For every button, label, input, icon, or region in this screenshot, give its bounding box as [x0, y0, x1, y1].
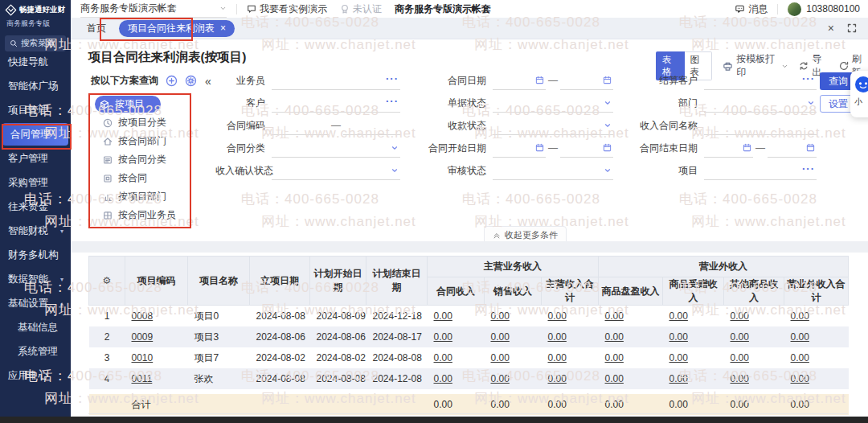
value-link[interactable]: 0.00 [434, 352, 452, 363]
value-link[interactable]: 0.00 [791, 310, 809, 322]
sidebar-item[interactable]: 往来资金 [0, 195, 71, 219]
filter-input-daterange[interactable]: — [493, 138, 613, 158]
value-link[interactable]: 0.00 [669, 310, 688, 322]
certification-status[interactable]: 未认证 [340, 2, 382, 16]
value-link[interactable]: 0.00 [791, 373, 809, 384]
value-link[interactable]: 0.00 [491, 352, 510, 363]
value-link[interactable]: 0.00 [434, 373, 452, 384]
sidebar-item[interactable]: 财务多机构 [0, 243, 71, 267]
tab-close-icon[interactable]: × [220, 23, 226, 34]
add-scheme-icon[interactable] [166, 75, 178, 87]
scheme-settings-icon[interactable] [185, 75, 197, 87]
scheme-item[interactable]: 按合同业务员 [95, 206, 256, 224]
scheme-item[interactable]: 按项目 [95, 96, 161, 113]
sidebar-item[interactable]: 智能体广场 [0, 74, 71, 98]
sidebar-item[interactable]: 数据智能▾ [0, 267, 71, 291]
value-link[interactable]: 0.00 [605, 373, 624, 384]
filter-input-select[interactable] [493, 93, 613, 113]
filter-input-ellipsis[interactable]: ··· [704, 161, 817, 180]
brand-logo-icon [5, 4, 17, 16]
sidebar-item[interactable]: 项目管理 [0, 98, 71, 122]
filter-label: 合同分类 [215, 142, 272, 155]
messages-button[interactable]: 消息 [735, 2, 768, 16]
value-link[interactable]: 0.00 [669, 331, 688, 343]
collapse-panel-icon[interactable]: « [205, 76, 211, 87]
fullscreen-icon[interactable] [847, 23, 857, 33]
column-settings-gear-icon[interactable]: ⚙ [89, 257, 125, 306]
filter-input-text[interactable] [704, 116, 817, 135]
filter-input-select[interactable] [272, 138, 400, 158]
value-link[interactable]: 0.00 [731, 373, 749, 384]
value-link[interactable]: 0.00 [491, 331, 510, 343]
range-input-start[interactable] [272, 116, 329, 135]
value-link[interactable]: 0.00 [791, 331, 809, 343]
range-input-start[interactable] [493, 71, 546, 90]
project-code-link[interactable]: 0010 [132, 352, 154, 363]
sidebar-item[interactable]: 客户管理 [0, 146, 71, 170]
sidebar-item[interactable]: 智能财税▾ [0, 219, 71, 243]
close-icon[interactable]: × [828, 23, 834, 34]
value-link[interactable]: 0.00 [605, 352, 624, 363]
sidebar-item[interactable]: 应用中心 [0, 363, 71, 388]
value-cell: 0.00 [724, 306, 784, 327]
filter-input-select[interactable] [704, 93, 817, 113]
value-link[interactable]: 0.00 [731, 310, 749, 322]
project-code-link[interactable]: 0009 [132, 331, 154, 343]
sidebar-item-label: 基础设置 [8, 297, 48, 310]
value-link[interactable]: 0.00 [548, 331, 567, 343]
tab-active-report[interactable]: 项目合同往来利润表 × [119, 20, 235, 37]
project-code-link[interactable]: 0008 [132, 310, 154, 322]
sidebar-item[interactable]: 系统管理 [0, 339, 71, 363]
filter-input-select[interactable] [493, 161, 613, 180]
value-link[interactable]: 0.00 [605, 331, 624, 343]
value-link[interactable]: 0.00 [669, 352, 688, 363]
value-link[interactable]: 0.00 [491, 373, 510, 384]
value-link[interactable]: 0.00 [548, 310, 567, 322]
range-input-end[interactable] [560, 138, 613, 158]
value-link[interactable]: 0.00 [434, 331, 452, 343]
assistant-widget[interactable]: 小 [850, 71, 868, 117]
filter-input-daterange[interactable]: — [493, 71, 613, 90]
filter-field: 部门 [613, 93, 817, 113]
bars-icon [103, 192, 113, 202]
sidebar-item[interactable]: 合同管理 [2, 123, 68, 146]
sidebar-search[interactable]: 搜索菜单 [5, 35, 66, 51]
filter-input-textrange[interactable]: — [272, 116, 400, 135]
value-link[interactable]: 0.00 [731, 331, 749, 343]
avatar[interactable] [788, 2, 801, 16]
filter-input-select[interactable] [493, 116, 613, 135]
project-code-link[interactable]: 0011 [132, 373, 153, 384]
sidebar-item[interactable]: 快捷导航 [0, 50, 71, 74]
total-empty-cell [89, 394, 125, 415]
account-select[interactable]: 商务服务专版演示帐套 [80, 1, 227, 18]
demo-link[interactable]: 我要看实例演示 [247, 2, 327, 16]
value-link[interactable]: 0.00 [548, 352, 567, 363]
filter-input-select[interactable] [272, 161, 400, 180]
scheme-item[interactable]: 按项目部门 [95, 187, 256, 206]
value-link[interactable]: 0.00 [605, 310, 624, 322]
sidebar-item[interactable]: 基础设置▴ [0, 291, 71, 315]
filter-label: 客户 [215, 97, 272, 110]
value-link[interactable]: 0.00 [669, 373, 688, 384]
filter-row: 客户···单据状态部门 [215, 92, 817, 114]
range-input-end[interactable] [768, 138, 817, 158]
filter-input-daterange[interactable]: — [704, 138, 817, 158]
sidebar-item[interactable]: 采购管理 [0, 170, 71, 195]
table-header-cell: 立项日期 [250, 257, 310, 306]
table-header-cell: 项目编码 [125, 257, 188, 306]
value-link[interactable]: 0.00 [434, 310, 452, 322]
tab-home[interactable]: 首页 [87, 22, 106, 35]
value-link[interactable]: 0.00 [791, 352, 809, 363]
filter-input-ellipsis[interactable]: ··· [704, 71, 817, 90]
range-input-end[interactable] [343, 116, 400, 135]
value-link[interactable]: 0.00 [731, 352, 749, 363]
sidebar-item[interactable]: 基础信息 [0, 315, 71, 339]
range-input-start[interactable] [493, 138, 546, 158]
value-link[interactable]: 0.00 [548, 373, 567, 384]
range-input-start[interactable] [704, 138, 753, 158]
range-input-end[interactable] [560, 71, 613, 90]
value-link[interactable]: 0.00 [491, 310, 510, 322]
sidebar-item-label: 往来资金 [8, 200, 48, 214]
filter-input-ellipsis[interactable]: ··· [272, 71, 400, 90]
filter-input-ellipsis[interactable]: ··· [272, 93, 400, 113]
